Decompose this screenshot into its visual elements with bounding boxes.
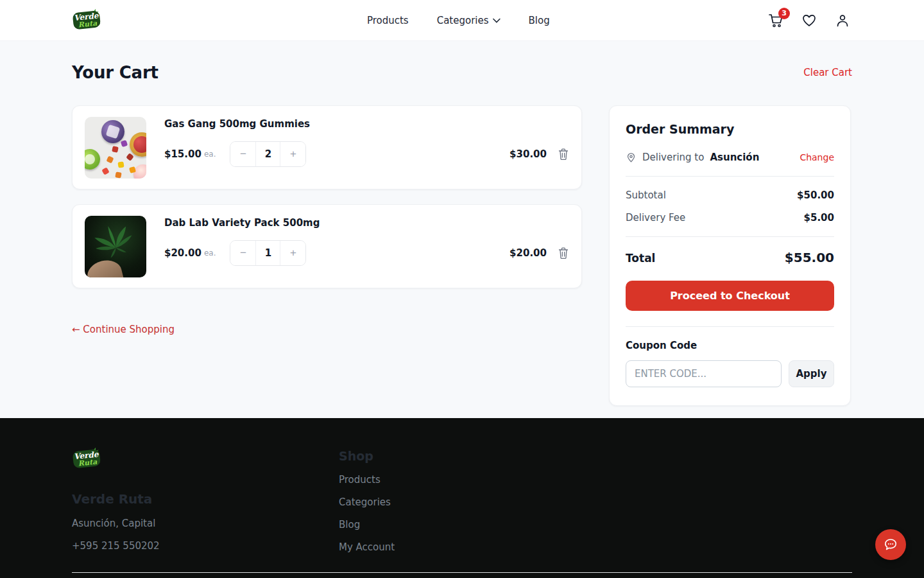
footer-verde-ruta-logo-icon[interactable]: Verde Ruta [72,446,104,472]
nav-categories-label: Categories [437,15,489,26]
footer-link-categories[interactable]: Categories [339,496,395,508]
wishlist-button[interactable] [801,12,817,29]
increase-quantity-button[interactable]: + [280,142,305,166]
change-address-link[interactable]: Change [800,152,834,162]
coupon-code-label: Coupon Code [626,340,834,351]
footer-link-my-account[interactable]: My Account [339,541,395,553]
chat-button[interactable] [875,529,906,560]
cannabis-leaf-graphic [91,218,140,267]
unit-price-suffix: ea. [204,249,216,258]
svg-text:Ruta: Ruta [78,457,98,468]
clear-cart-link[interactable]: Clear Cart [803,67,852,78]
order-summary-panel: Order Summary Delivering to Asunción Cha… [609,105,851,406]
delivery-fee-label: Delivery Fee [626,212,685,223]
cart-item-gas-gang: Gas Gang 500mg Gummies $15.00 ea. − 2 + … [72,105,582,189]
delivery-fee-value: $5.00 [804,212,834,223]
nav-products-label: Products [367,15,409,26]
footer-company-name: Verde Ruta [72,491,339,507]
remove-item-button[interactable] [558,148,569,160]
quantity-value: 2 [255,142,280,166]
product-name[interactable]: Dab Lab Variety Pack 500mg [164,217,569,229]
continue-shopping-link[interactable]: ← Continue Shopping [72,324,175,335]
product-image-leaf [85,216,146,277]
nav-blog[interactable]: Blog [529,15,550,26]
cart-item-dab-lab: Dab Lab Variety Pack 500mg $20.00 ea. − … [72,204,582,288]
heart-icon [801,13,817,28]
unit-price: $20.00 [164,247,201,259]
main-nav: Products Categories Blog [367,15,550,26]
delivering-to-label: Delivering to [642,152,704,163]
page-title: Your Cart [72,63,158,82]
increase-quantity-button[interactable]: + [280,241,305,265]
cart-count-badge: 3 [778,8,790,19]
line-total: $30.00 [509,148,547,160]
cart-button[interactable]: 3 [767,12,784,29]
quantity-stepper: − 1 + [230,240,306,266]
footer-divider [72,572,852,573]
account-button[interactable] [834,12,851,29]
product-image-gummies [85,117,146,179]
subtotal-label: Subtotal [626,189,666,201]
footer-link-blog[interactable]: Blog [339,519,395,530]
cart-page: Your Cart Clear Cart [0,41,924,418]
divider [626,326,834,327]
user-icon [835,13,850,28]
brand-logo[interactable]: Verde Ruta [72,8,104,33]
decrease-quantity-button[interactable]: − [230,142,255,166]
chevron-down-icon [493,18,501,23]
unit-price: $15.00 [164,148,201,160]
nav-products[interactable]: Products [367,15,409,26]
footer-link-products[interactable]: Products [339,474,395,486]
map-pin-icon [626,152,637,163]
nav-categories[interactable]: Categories [437,15,501,26]
divider [626,176,834,177]
trash-icon [558,247,569,259]
unit-price-suffix: ea. [204,150,216,159]
apply-coupon-button[interactable]: Apply [789,360,834,387]
verde-ruta-logo-icon: Verde Ruta [72,8,104,33]
footer-phone: +595 215 550202 [72,540,339,552]
total-value: $55.00 [785,250,834,265]
decrease-quantity-button[interactable]: − [230,241,255,265]
svg-text:Ruta: Ruta [78,19,98,29]
line-total: $20.00 [509,247,547,259]
subtotal-value: $50.00 [797,189,834,201]
nav-blog-label: Blog [529,15,550,26]
order-summary-title: Order Summary [626,122,834,136]
total-label: Total [626,252,655,265]
coupon-code-input[interactable] [626,360,782,387]
quantity-stepper: − 2 + [230,141,306,167]
header: Verde Ruta Products Categories Blog 3 [0,0,924,41]
proceed-to-checkout-button[interactable]: Proceed to Checkout [626,281,834,311]
remove-item-button[interactable] [558,247,569,259]
footer-address: Asunción, Capital [72,518,339,529]
delivery-city: Asunción [710,152,759,163]
product-name[interactable]: Gas Gang 500mg Gummies [164,118,569,130]
trash-icon [558,148,569,160]
divider [626,236,834,237]
quantity-value: 1 [255,241,280,265]
header-actions: 3 [767,12,851,29]
cart-items-list: Gas Gang 500mg Gummies $15.00 ea. − 2 + … [72,105,582,335]
footer: Verde Ruta Verde Ruta Asunción, Capital … [0,418,924,578]
chat-bubble-icon [883,537,898,552]
footer-shop-title: Shop [339,449,395,463]
